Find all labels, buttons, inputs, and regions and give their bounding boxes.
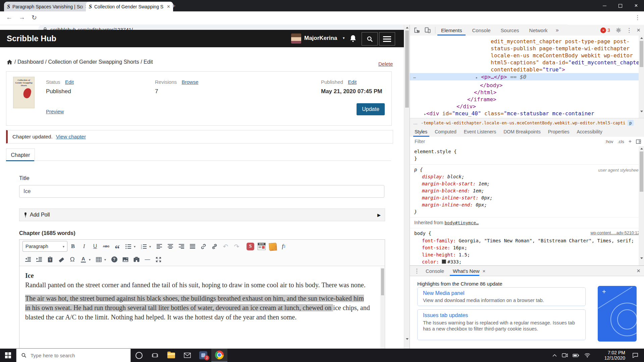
special-char-icon[interactable]: Ω [67,254,78,264]
stylesheet-source-link[interactable]: wp-content.…adv-5210:12 [590,231,640,235]
redo-icon[interactable]: ↷ [231,241,242,251]
taskbar-search-input[interactable] [30,352,115,359]
tab-styles[interactable]: Styles [415,129,427,134]
toggle-class[interactable]: .cls [618,139,624,144]
drawer-menu-icon[interactable]: ⋮ [414,267,420,275]
user-dropdown-caret-icon[interactable]: ▾ [343,36,345,40]
whats-new-card[interactable]: Issues tab updates The Issues warning ba… [417,309,586,340]
book-cover-thumbnail[interactable]: Collection of Gender Swapping Shorts [13,77,35,108]
insert-image-icon[interactable] [120,254,131,264]
numbered-list-icon[interactable]: 123 [138,241,149,251]
color-swatch[interactable] [442,259,446,264]
file-explorer-icon[interactable] [163,349,179,362]
tray-wifi-icon[interactable] [582,349,593,362]
dom-close-tag[interactable]: </div> [457,103,476,110]
browser-tab-inactive[interactable]: S Paragraph Spaces Vanishing | Scr × [4,2,91,11]
page-scrollbar[interactable] [404,25,410,349]
reload-icon[interactable]: ↻ [32,14,37,21]
help-icon[interactable]: ? [109,254,120,264]
author-note-icon[interactable] [267,241,278,251]
taskbar-clock[interactable]: 7:02 PM 12/1/2020 [593,349,627,362]
devtools-tab-elements[interactable]: Elements [441,27,462,33]
dom-selected-row[interactable]: … ▸ <p>…</p> == $0 [410,73,644,80]
back-icon[interactable]: ← [6,14,12,21]
align-justify-icon[interactable] [187,241,198,251]
format-select[interactable]: Paragraph▾ [22,241,67,252]
dom-attr-line[interactable]: html5-captions" data-id="edit_mycontent_… [491,59,644,66]
fullscreen-icon[interactable] [153,254,164,264]
breadcrumb-text[interactable]: / Dashboard / Collection of Gender Swapp… [14,59,153,65]
window-close-button[interactable]: × [628,0,644,11]
numbered-list-caret-icon[interactable]: ▾ [149,241,154,251]
action-center-icon[interactable] [627,349,644,362]
preview-link[interactable]: Preview [46,109,64,114]
dom-attr-line[interactable]: locale-en-us mceContentBody webkit wp-ed… [491,52,633,59]
tab-event-listeners[interactable]: Event Listeners [464,129,496,134]
devtools-settings-gear-icon[interactable] [615,27,622,33]
toggle-hover-state[interactable]: :hov [605,139,613,144]
new-style-rule-icon[interactable]: + [629,138,632,144]
dom-close-tag[interactable]: </iframe> [467,96,496,103]
inspect-element-icon[interactable] [414,27,420,34]
indent-icon[interactable] [34,254,45,264]
card-title-link[interactable]: New Media panel [423,290,585,296]
devtools-tab-sources[interactable]: Sources [501,27,519,33]
card-title-link[interactable]: Issues tab updates [423,312,585,318]
editor-content[interactable]: Ice Randall panted on the street corner … [19,266,385,349]
inherited-node-link[interactable]: body#tinymce… [444,220,479,225]
footnote-icon[interactable]: f3 [278,241,289,251]
device-toolbar-icon[interactable] [424,27,431,34]
styles-scrollbar[interactable] [639,146,644,265]
p-rule-selector[interactable]: p { [414,167,423,172]
scribblehub-special-icon[interactable]: S [245,241,256,251]
tab-computed[interactable]: Computed [435,129,457,134]
window-maximize-button[interactable] [612,0,628,11]
tab-close-icon[interactable]: × [167,4,170,9]
start-button[interactable] [0,349,16,362]
editor-scrollbar[interactable] [380,267,384,349]
browser-menu-icon[interactable]: ⋮ [635,14,640,21]
devtools-tab-network[interactable]: Network [529,27,548,33]
whats-new-card[interactable]: New Media panel View and download media … [417,287,586,306]
styles-filter-input[interactable] [414,138,516,144]
tray-meet-now-icon[interactable] [559,349,570,362]
home-icon[interactable] [7,59,12,65]
title-input[interactable] [19,185,384,198]
paste-as-text-icon[interactable]: T [45,254,56,264]
drawer-tab-whats-new[interactable]: What's New [453,268,480,274]
delete-link[interactable]: Delete [378,61,393,67]
site-search-button[interactable] [362,32,378,46]
dom-attr-line[interactable]: edit_mycontent_chapter post-type-page po… [491,38,630,45]
error-count-icon[interactable]: × [600,27,606,33]
revisions-browse-link[interactable]: Browse [181,79,198,85]
bold-icon[interactable]: B [67,241,78,251]
horizontal-rule-icon[interactable]: — [142,254,153,264]
published-edit-link[interactable]: Edit [348,79,357,85]
tab-accessibility[interactable]: Accessibility [577,129,602,134]
devtools-menu-icon[interactable]: ⋮ [626,27,632,34]
tab-dom-breakpoints[interactable]: DOM Breakpoints [503,129,540,134]
dom-close-tag[interactable]: </body> [480,82,502,88]
devtools-tab-console[interactable]: Console [472,27,491,33]
breadcrumb-path[interactable]: -template-wi-editchapter.locale-en-us.mc… [421,120,626,125]
task-view-icon[interactable] [147,349,163,362]
element-style-rule[interactable]: element.style { [414,149,457,154]
whats-new-close-icon[interactable]: × [483,268,486,274]
dom-attr-line[interactable]: status-publish page-template-wi-editchap… [491,45,630,52]
undo-icon[interactable]: ↶ [220,241,231,251]
username[interactable]: MajorKerina [304,35,337,42]
drawer-tab-console[interactable]: Console [426,268,444,274]
more-tabs-icon[interactable]: » [556,27,559,33]
breadcrumb-selected[interactable]: p [628,120,634,126]
align-center-icon[interactable] [165,241,176,251]
window-minimize-button[interactable] [597,0,612,11]
devtools-close-icon[interactable]: × [637,26,640,34]
notifications-bell-icon[interactable] [350,35,357,42]
blockquote-icon[interactable]: “ [112,239,123,254]
dom-overflow-icon[interactable]: … [413,74,416,79]
strikethrough-icon[interactable]: ABC [101,241,112,251]
text-color-caret-icon[interactable]: ▾ [89,254,93,264]
dom-tree[interactable]: edit_mycontent_chapter post-type-page po… [410,36,644,118]
table-icon[interactable] [93,254,104,264]
forward-icon[interactable]: → [19,14,25,21]
